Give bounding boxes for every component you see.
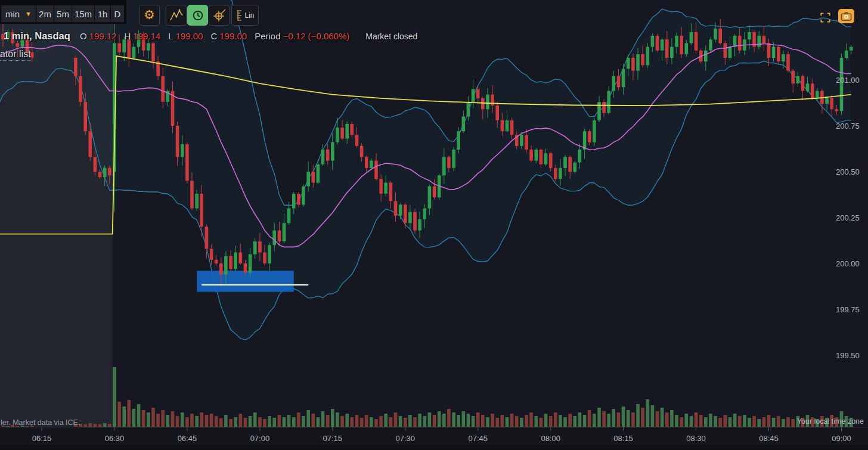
timeframe-5m[interactable]: 5m — [54, 5, 72, 22]
linear-scale-label: Lin — [244, 11, 254, 20]
price-chart-canvas[interactable]: 06:1506:3006:4507:0007:1507:3007:4508:00… — [0, 0, 868, 450]
open-label: O — [80, 31, 87, 41]
interval-label: min — [5, 9, 20, 19]
timezone-link[interactable]: Your local time zone — [797, 417, 864, 426]
high-value: 199.14 — [133, 31, 160, 41]
chevron-down-icon: ▼ — [25, 10, 32, 17]
symbol-title: 1 min, Nasdaq — [4, 30, 70, 42]
time-axis[interactable] — [0, 427, 868, 450]
close-label: C — [210, 31, 217, 41]
timeframe-15m[interactable]: 15m — [72, 5, 94, 22]
trading-chart-window: 06:1506:3006:4507:0007:1507:3007:4508:00… — [0, 0, 868, 450]
fullscreen-brackets-icon — [820, 12, 831, 23]
timeframe-1h[interactable]: 1h — [95, 5, 110, 22]
indicator-list-link[interactable]: ator list — [0, 49, 31, 61]
high-label: H — [124, 31, 131, 41]
ruler-icon — [235, 9, 243, 22]
market-status: Market closed — [365, 32, 417, 41]
open-value: 199.12 — [89, 31, 117, 41]
symbol-legend: 1 min, Nasdaq O 199.12 H 199.14 L 199.00… — [4, 30, 417, 42]
crosshair-target-icon — [212, 8, 227, 23]
zigzag-indicator-icon — [169, 8, 184, 23]
linear-scale-button[interactable]: Lin — [231, 5, 259, 26]
timeframe-1d[interactable]: D — [111, 5, 124, 22]
fullscreen-button[interactable] — [818, 10, 832, 24]
market-data-attribution[interactable]: ler. Market data via ICE. — [1, 418, 80, 427]
camera-icon — [840, 11, 852, 21]
period-change-value: −0.12 (−0.060%) — [283, 31, 350, 41]
timeframe-2m[interactable]: 2m — [36, 5, 54, 22]
low-label: L — [168, 31, 173, 41]
timeframe-toolbar: min ▼ 2m 5m 15m 1h D — [0, 0, 126, 24]
session-clock-button[interactable] — [187, 5, 208, 26]
period-label: Period — [255, 31, 280, 41]
gear-icon: ⚙ — [144, 9, 155, 21]
clock-icon — [191, 9, 204, 22]
low-value: 199.00 — [176, 31, 203, 41]
indicator-button[interactable] — [166, 5, 187, 26]
close-value: 199.00 — [219, 31, 247, 41]
settings-button[interactable]: ⚙ — [139, 5, 160, 26]
price-axis[interactable] — [833, 0, 868, 427]
crosshair-target-button[interactable] — [209, 5, 230, 26]
screenshot-button[interactable] — [838, 9, 854, 23]
interval-dropdown[interactable]: min ▼ — [1, 5, 36, 22]
